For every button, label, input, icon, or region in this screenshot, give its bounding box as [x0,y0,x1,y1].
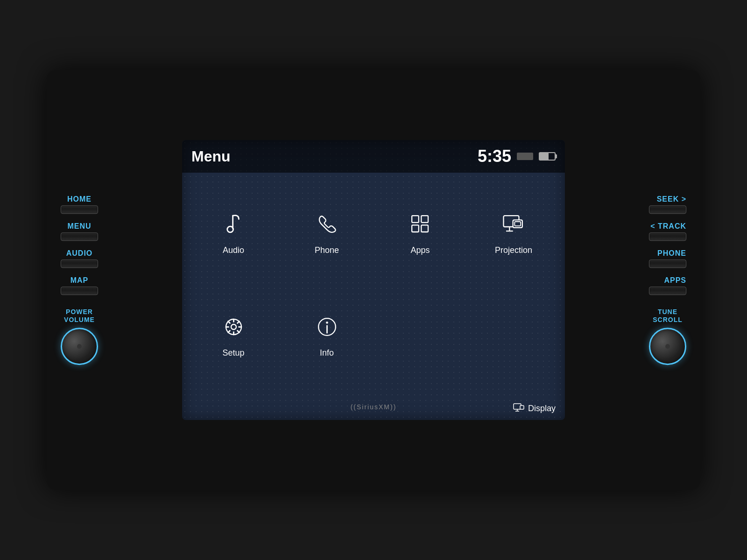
phone-icon [314,211,340,241]
home-button-bar [61,205,98,214]
screen-title: Menu [191,148,231,165]
menu-grid: Audio Phone [182,173,565,397]
power-volume-section: POWER VOLUME [61,308,98,365]
screen-time: 5:35 [478,147,511,166]
infotainment-unit: HOME MENU AUDIO MAP POWER VOLUME Menu 5:… [47,70,700,490]
svg-rect-3 [412,225,419,232]
setup-icon [221,314,247,343]
menu-item-apps[interactable]: Apps [374,182,467,285]
battery-display [539,152,556,161]
setup-label: Setup [222,348,244,358]
track-button-bar [649,232,686,241]
apps-label: Apps [410,245,430,255]
svg-point-0 [227,226,233,232]
phone-label: Phone [315,245,339,255]
svg-line-16 [228,321,230,323]
menu-item-phone[interactable]: Phone [280,182,374,285]
map-button[interactable]: MAP [61,276,98,295]
tune-scroll-knob[interactable] [649,328,686,365]
svg-point-21 [326,322,328,324]
apps-button[interactable]: APPS [649,276,686,295]
svg-line-17 [237,331,239,333]
audio-button-bar [61,259,98,268]
audio-icon [221,211,247,241]
svg-rect-2 [421,216,428,223]
display-label: Display [528,404,556,413]
screen-header: Menu 5:35 [182,140,565,173]
menu-item-audio[interactable]: Audio [187,182,280,285]
info-label: Info [320,348,334,358]
seek-button-bar [649,205,686,214]
signal-bar [517,153,533,160]
map-button-bar [61,287,98,295]
tune-scroll-section: TUNE SCROLL [649,308,686,365]
infotainment-screen: Menu 5:35 [182,140,565,420]
left-panel: HOME MENU AUDIO MAP POWER VOLUME [61,195,98,365]
svg-point-11 [231,324,236,329]
menu-item-setup[interactable]: Setup [187,285,280,387]
power-volume-knob[interactable] [61,328,98,365]
home-button[interactable]: HOME [61,195,98,214]
svg-rect-1 [412,216,419,223]
audio-button[interactable]: AUDIO [61,249,98,268]
svg-line-18 [237,321,239,323]
track-button[interactable]: < TRACK [649,222,686,241]
svg-line-19 [228,331,230,333]
projection-label: Projection [495,245,532,255]
menu-button[interactable]: MENU [61,222,98,241]
display-button[interactable]: Display [513,403,556,414]
seek-button[interactable]: SEEK > [649,195,686,214]
phone-button-bar [649,259,686,268]
apps-icon [408,211,433,241]
menu-item-info[interactable]: Info [280,285,374,387]
audio-label: Audio [223,245,244,255]
projection-icon [501,211,527,241]
apps-button-bar [649,287,686,295]
info-icon [314,314,340,343]
display-icon [513,403,524,414]
phone-button[interactable]: PHONE [649,249,686,268]
header-right: 5:35 [478,147,556,166]
menu-item-projection[interactable]: Projection [467,182,560,285]
svg-rect-4 [421,225,428,232]
screen-footer: Display [182,397,565,420]
menu-button-bar [61,232,98,241]
svg-rect-26 [520,406,524,409]
right-panel: SEEK > < TRACK PHONE APPS TUNE SCROLL [649,195,686,365]
